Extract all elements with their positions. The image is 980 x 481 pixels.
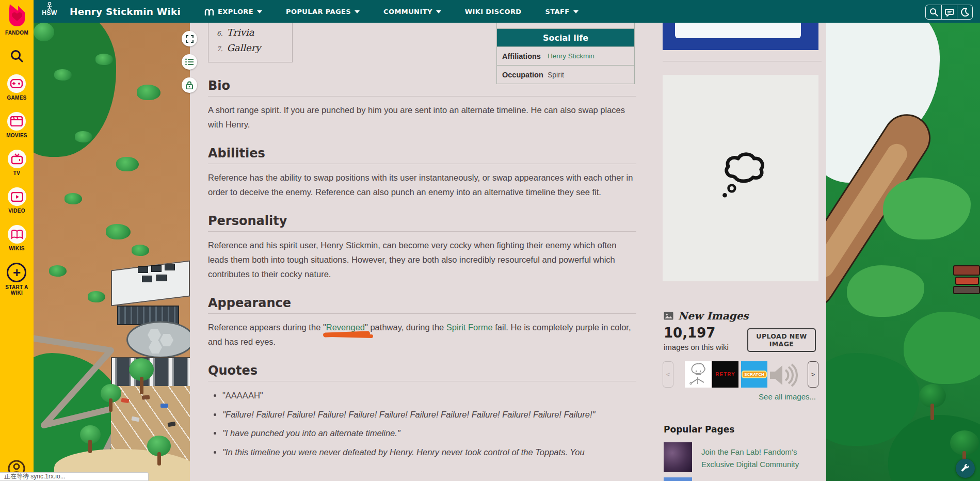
upload-new-image-button[interactable]: UPLOAD NEW IMAGE bbox=[747, 328, 816, 352]
ad-banner-card bbox=[675, 21, 801, 38]
section-heading-quotes: Quotes bbox=[208, 363, 636, 381]
appearance-paragraph: Reference appears during the "Revenged" … bbox=[208, 320, 636, 349]
popular-pages-title: Popular Pages bbox=[664, 424, 734, 435]
abilities-paragraph: Reference has the ability to swap positi… bbox=[208, 170, 636, 199]
video-play-icon bbox=[11, 192, 23, 202]
customize-tools-button[interactable] bbox=[956, 459, 975, 478]
fandom-brand-label: FANDOM bbox=[5, 30, 28, 36]
retry-text: RETRY bbox=[715, 372, 735, 377]
see-all-images-link[interactable]: See all images... bbox=[663, 392, 816, 401]
wiki-logo[interactable]: HSW bbox=[41, 2, 58, 21]
tv-icon bbox=[11, 153, 23, 165]
chevron-down-icon bbox=[257, 10, 262, 13]
sidebar-item-label: VIDEO bbox=[8, 208, 25, 214]
browser-status-toast: 正在等待 sync.1rx.io... bbox=[0, 472, 149, 481]
menu-label: STAFF bbox=[545, 8, 570, 15]
section-heading-bio: Bio bbox=[208, 78, 636, 97]
wrench-icon bbox=[960, 463, 970, 473]
protected-page-button[interactable] bbox=[182, 77, 197, 93]
chevron-right-icon: > bbox=[811, 371, 815, 378]
carousel-prev-button[interactable]: < bbox=[663, 361, 673, 388]
menu-wiki-discord[interactable]: WIKI DISCORD bbox=[465, 8, 522, 15]
bio-paragraph: A short range spirit. If you are punched… bbox=[208, 103, 636, 132]
sidebar-item-label: WIKIS bbox=[9, 246, 24, 251]
quotes-list: "AAAAAH" "Failure! Failure! Failure! Fai… bbox=[222, 389, 636, 459]
chevron-left-icon: < bbox=[666, 371, 670, 378]
contents-list-button[interactable] bbox=[182, 54, 197, 70]
stickman-drawing-icon bbox=[685, 361, 711, 388]
sidebar-item-movies[interactable]: MOVIES bbox=[6, 112, 27, 138]
header-discussions-button[interactable] bbox=[941, 5, 957, 19]
section-heading-personality: Personality bbox=[208, 214, 636, 232]
quote-item: "AAAAAH" bbox=[222, 389, 636, 403]
wiki-title[interactable]: Henry Stickmin Wiki bbox=[70, 6, 181, 17]
image-count-caption: images on this wiki bbox=[664, 343, 729, 351]
sidebar-item-label: TV bbox=[13, 170, 20, 176]
chevron-down-icon bbox=[436, 10, 441, 13]
appearance-text: " pathway, during the bbox=[365, 323, 446, 332]
wiki-header-bar: HSW Henry Stickmin Wiki EXPLORE POPULAR … bbox=[34, 0, 980, 23]
start-wiki-label-1: START A bbox=[5, 284, 28, 290]
start-wiki-label-2: WIKI bbox=[11, 290, 23, 296]
fandom-logo[interactable] bbox=[7, 3, 27, 29]
new-images-header: New Images bbox=[664, 310, 749, 322]
fandom-sidebar: FANDOM GAMES MOVIES bbox=[0, 0, 34, 481]
menu-label: COMMUNITY bbox=[383, 8, 432, 15]
header-search-button[interactable] bbox=[926, 5, 941, 19]
divider bbox=[663, 61, 822, 61]
quote-item: "In this timeline you were never defeate… bbox=[222, 445, 636, 460]
personality-paragraph: Reference and his spirit user, Henry Sti… bbox=[208, 238, 636, 281]
spirit-forme-link[interactable]: Spirit Forme bbox=[446, 323, 493, 332]
header-action-group bbox=[925, 5, 973, 20]
page: FANDOM GAMES MOVIES bbox=[0, 0, 980, 481]
image-count: 10,197 bbox=[664, 325, 715, 341]
thought-bubble-icon bbox=[718, 145, 768, 202]
background-train bbox=[953, 265, 980, 295]
chevron-down-icon bbox=[355, 10, 360, 13]
sidebar-item-video[interactable]: VIDEO bbox=[8, 187, 26, 214]
article-body: Bio A short range spirit. If you are pun… bbox=[208, 23, 636, 481]
speaker-icon bbox=[769, 363, 798, 387]
start-a-wiki-button[interactable]: + START A WIKI bbox=[5, 263, 28, 296]
revenged-link-with-marker[interactable]: Revenged bbox=[326, 323, 365, 332]
background-art-left bbox=[34, 23, 190, 481]
section-heading-abilities: Abilities bbox=[208, 146, 636, 164]
image-thumb-retry[interactable]: RETRY bbox=[712, 361, 738, 388]
background-art-right bbox=[826, 23, 980, 481]
wiki-logo-text: HSW bbox=[42, 9, 57, 17]
search-icon bbox=[10, 49, 24, 63]
image-thumb-scratch[interactable]: SCRATCH bbox=[741, 361, 767, 388]
fan-lab-link[interactable]: Join the Fan Lab! Fandom's Exclusive Dig… bbox=[701, 446, 810, 471]
fan-lab-thumbnail[interactable] bbox=[664, 442, 692, 472]
menu-explore[interactable]: EXPLORE bbox=[204, 8, 262, 15]
image-thumb-audio[interactable] bbox=[769, 363, 798, 387]
scratch-logo-text: SCRATCH bbox=[742, 371, 767, 378]
menu-label: POPULAR PAGES bbox=[286, 8, 351, 15]
menu-staff[interactable]: STAFF bbox=[545, 8, 579, 15]
right-rail: New Images 10,197 images on this wiki UP… bbox=[663, 23, 818, 481]
list-icon bbox=[185, 58, 194, 66]
image-icon bbox=[664, 312, 673, 320]
fandom-arches-icon bbox=[204, 8, 214, 15]
expand-toc-button[interactable] bbox=[182, 31, 197, 46]
menu-label: EXPLORE bbox=[218, 8, 253, 15]
header-dark-mode-button[interactable] bbox=[957, 5, 972, 19]
menu-community[interactable]: COMMUNITY bbox=[383, 8, 441, 15]
sidebar-item-label: GAMES bbox=[7, 95, 26, 101]
appearance-text: Reference appears during the " bbox=[208, 323, 326, 332]
search-icon bbox=[929, 8, 938, 17]
lock-icon bbox=[186, 81, 193, 89]
image-thumb-stickman[interactable] bbox=[685, 361, 711, 388]
clipped-blue-element bbox=[664, 477, 692, 481]
media-preview-panel[interactable] bbox=[663, 75, 818, 281]
sidebar-search[interactable] bbox=[10, 49, 24, 63]
sidebar-item-wikis[interactable]: WIKIS bbox=[8, 225, 26, 251]
fullscreen-icon bbox=[186, 35, 194, 43]
section-heading-appearance: Appearance bbox=[208, 296, 636, 314]
carousel-next-button[interactable]: > bbox=[808, 361, 818, 388]
quote-item: "Failure! Failure! Failure! Failure! Fai… bbox=[222, 408, 636, 422]
sidebar-item-games[interactable]: GAMES bbox=[7, 74, 26, 101]
menu-popular-pages[interactable]: POPULAR PAGES bbox=[286, 8, 360, 15]
sidebar-item-tv[interactable]: TV bbox=[8, 150, 26, 176]
ad-banner bbox=[663, 23, 818, 50]
